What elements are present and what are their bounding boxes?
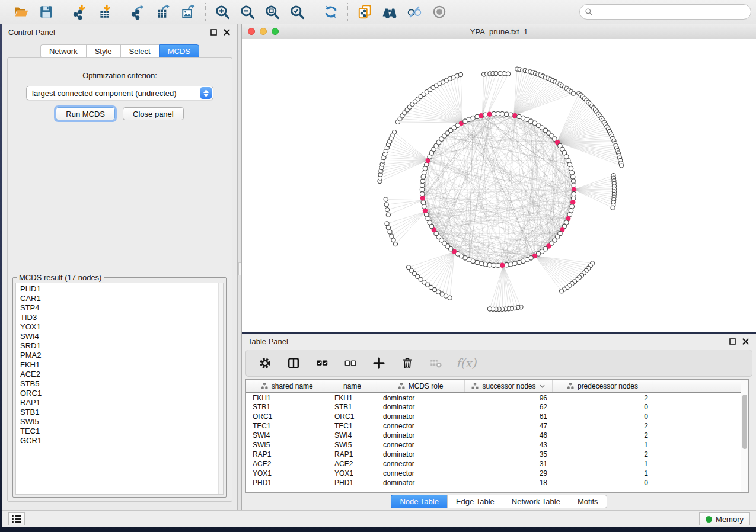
table-row[interactable]: ACE2ACE2connector311 [246,459,748,469]
network-node[interactable] [458,72,462,76]
network-node[interactable] [390,234,394,238]
table-cell[interactable]: YOX1 [246,469,328,478]
table-cell[interactable]: 46 [464,431,552,440]
zoom-out-button[interactable] [237,2,258,21]
table-cell[interactable]: dominator [377,412,464,421]
mcds-result-item[interactable]: SWI4 [20,332,218,341]
network-node[interactable] [483,113,488,117]
network-node[interactable] [384,203,388,207]
network-node[interactable] [509,262,513,267]
tab-node-table[interactable]: Node Table [391,495,447,508]
table-cell[interactable]: ACE2 [328,459,377,469]
splitter-grip[interactable] [238,262,241,275]
table-cell[interactable]: 18 [464,478,552,488]
network-node[interactable] [420,187,425,192]
table-cell[interactable]: dominator [377,393,464,402]
network-node[interactable] [391,238,395,242]
export-table-button[interactable] [153,2,174,21]
network-node[interactable] [570,175,575,180]
table-cell[interactable]: 35 [464,450,552,459]
table-row[interactable]: RAP1RAP1dominator352 [246,450,748,459]
table-cell[interactable]: 2 [552,450,653,459]
table-cell[interactable]: connector [377,469,464,478]
table-cell[interactable]: 47 [464,421,552,431]
network-node[interactable] [498,71,502,75]
table-cell[interactable]: SWI4 [328,431,377,440]
network-node[interactable] [571,91,575,95]
table-cell[interactable]: 1 [552,459,653,469]
table-cell[interactable]: 43 [464,440,552,450]
show-task-history-button[interactable] [8,512,25,525]
memory-button[interactable]: Memory [699,512,750,525]
network-node[interactable] [494,71,498,75]
close-table-panel-button[interactable] [741,336,750,346]
mcds-result-item[interactable]: GCR1 [20,436,218,446]
network-node[interactable] [386,226,390,230]
close-panel-action-button[interactable]: Close panel [123,107,184,120]
mcds-result-list[interactable]: PHD1CAR1STP4TID3YOX1SWI4SRD1PMA2FKH1ACE2… [15,283,224,495]
table-cell[interactable]: 0 [552,402,653,412]
clone-network-button[interactable] [354,2,375,21]
network-node[interactable] [517,260,522,265]
table-row[interactable]: SWI4SWI4dominator462 [246,431,748,440]
tab-edge-table[interactable]: Edge Table [447,495,503,508]
network-node[interactable] [422,171,426,175]
network-node[interactable] [487,262,492,267]
network-node[interactable] [572,183,576,188]
network-node[interactable] [505,262,509,267]
open-file-button[interactable] [11,2,32,21]
network-node[interactable] [492,111,496,116]
network-node[interactable] [492,263,496,268]
network-node[interactable] [388,230,392,234]
tab-mcds[interactable]: MCDS [159,44,199,58]
table-cell[interactable]: connector [377,440,464,450]
table-cell[interactable]: dominator [377,431,464,440]
mcds-result-item[interactable]: RAP1 [20,398,218,408]
table-cell[interactable]: 62 [464,402,552,412]
network-node[interactable] [620,164,624,168]
network-node[interactable] [385,222,389,226]
table-scrollbar-thumb[interactable] [742,395,747,449]
network-node[interactable] [420,179,425,184]
table-cell[interactable]: 31 [464,459,552,469]
table-cell[interactable]: PHD1 [328,478,377,488]
zoom-fit-button[interactable] [261,2,283,21]
table-cell[interactable]: SWI5 [246,440,328,450]
table-cell[interactable]: 61 [464,412,552,421]
tab-style[interactable]: Style [86,44,120,58]
table-cell[interactable]: dominator [377,450,464,459]
network-node[interactable] [421,175,426,180]
network-node[interactable] [406,265,410,270]
network-node[interactable] [483,262,488,267]
table-cell[interactable]: TEC1 [246,421,328,431]
network-node[interactable] [500,111,505,116]
delete-column-button[interactable] [399,355,416,371]
network-node[interactable] [420,183,425,188]
zoom-selected-button[interactable] [286,2,308,21]
mcds-result-item[interactable]: STB1 [20,408,218,417]
network-node[interactable] [570,204,575,209]
table-settings-button[interactable] [257,355,273,371]
table-cell[interactable]: connector [377,421,464,431]
table-row[interactable]: STB1STB1dominator620 [246,402,748,412]
table-cell[interactable]: 1 [552,469,653,478]
network-node[interactable] [384,197,388,201]
mcds-result-item[interactable]: ACE2 [20,370,218,379]
tab-select[interactable]: Select [120,44,159,58]
column-header-successor-nodes[interactable]: successor nodes [464,380,552,393]
show-graphics-details-button[interactable] [429,2,450,21]
table-cell[interactable]: 96 [464,393,552,402]
table-row[interactable]: ORC1ORC1dominator610 [246,412,748,421]
column-header-shared-name[interactable]: shared name [246,380,328,393]
zoom-in-button[interactable] [212,2,233,21]
network-node[interactable] [572,191,576,196]
table-cell[interactable]: YOX1 [328,469,377,478]
export-image-button[interactable] [178,2,199,21]
table-cell[interactable]: 2 [552,393,653,402]
table-row[interactable]: FKH1FKH1dominator962 [246,393,748,402]
mcds-result-item[interactable]: TID3 [20,313,218,322]
table-cell[interactable]: FKH1 [328,393,377,402]
column-header-predecessor-nodes[interactable]: predecessor nodes [552,380,653,393]
table-cell[interactable]: connector [377,459,464,469]
create-column-button[interactable] [371,355,387,371]
